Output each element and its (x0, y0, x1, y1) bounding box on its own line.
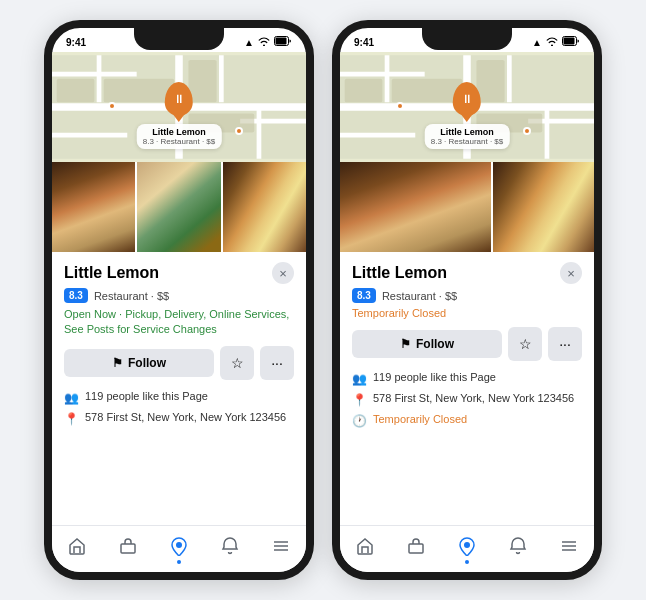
photo-2b (493, 162, 594, 252)
star-button-2[interactable]: ☆ (508, 327, 542, 361)
svg-rect-15 (121, 544, 135, 553)
home-icon-1 (67, 536, 87, 561)
shop-icon-2 (406, 536, 426, 561)
likes-text-2: 119 people like this Page (373, 371, 496, 383)
status-icons-1: ▲ (244, 36, 292, 48)
nav-shop-1[interactable] (110, 534, 146, 562)
map-label-name-1: Little Lemon (143, 127, 216, 137)
svg-rect-1 (276, 38, 287, 45)
map-label-sub-1: 8.3 · Restaurant · $$ (143, 137, 216, 146)
people-icon-1: 👥 (64, 391, 79, 405)
signal-icon-2: ▲ (532, 37, 542, 48)
map-area-1: ⏸ Little Lemon 8.3 · Restaurant · $$ (52, 52, 306, 162)
map-dot-1 (108, 102, 116, 110)
follow-flag-icon-2: ⚑ (400, 337, 411, 351)
nav-bell-2[interactable] (500, 534, 536, 562)
map-label-2: Little Lemon 8.3 · Restaurant · $$ (425, 124, 510, 149)
map-label-1: Little Lemon 8.3 · Restaurant · $$ (137, 124, 222, 149)
nav-location-1[interactable] (161, 534, 197, 562)
svg-rect-21 (564, 38, 575, 45)
pin-symbol-2: ⏸ (461, 92, 473, 106)
closed-status-text-2: Temporarily Closed (373, 413, 467, 425)
signal-icon-1: ▲ (244, 37, 254, 48)
category-1: Restaurant · $$ (94, 290, 169, 302)
nav-menu-1[interactable] (263, 534, 299, 562)
pin-icon-2: ⏸ (453, 82, 481, 116)
rating-row-1: 8.3 Restaurant · $$ (64, 288, 294, 303)
photos-row-1 (52, 162, 306, 252)
close-button-2[interactable]: × (560, 262, 582, 284)
follow-label-2: Follow (416, 337, 454, 351)
phone-2: 9:41 ▲ (332, 20, 602, 580)
star-button-1[interactable]: ☆ (220, 346, 254, 380)
wifi-icon-1 (258, 36, 270, 48)
status-time-1: 9:41 (66, 37, 86, 48)
content-area-2: Little Lemon × 8.3 Restaurant · $$ Tempo… (340, 252, 594, 525)
status-icons-2: ▲ (532, 36, 580, 48)
map-dot-4 (523, 127, 531, 135)
address-row-2: 📍 578 First St, New York, New York 12345… (352, 392, 582, 407)
pin-icon-1: ⏸ (165, 82, 193, 116)
follow-label-1: Follow (128, 356, 166, 370)
page-title-1: Little Lemon (64, 264, 159, 282)
people-icon-2: 👥 (352, 372, 367, 386)
phone-notch-2 (422, 28, 512, 50)
title-row-2: Little Lemon × (352, 262, 582, 284)
bell-icon-1 (220, 536, 240, 561)
menu-icon-1 (271, 536, 291, 561)
nav-home-2[interactable] (347, 534, 383, 562)
rating-row-2: 8.3 Restaurant · $$ (352, 288, 582, 303)
nav-location-2[interactable] (449, 534, 485, 562)
map-area-2: ⏸ Little Lemon 8.3 · Restaurant · $$ (340, 52, 594, 162)
status-time-2: 9:41 (354, 37, 374, 48)
bell-icon-2 (508, 536, 528, 561)
nav-bell-1[interactable] (212, 534, 248, 562)
follow-button-1[interactable]: ⚑ Follow (64, 349, 214, 377)
location-icon-1: 📍 (64, 412, 79, 426)
nav-menu-2[interactable] (551, 534, 587, 562)
category-2: Restaurant · $$ (382, 290, 457, 302)
page-title-2: Little Lemon (352, 264, 447, 282)
map-dot-3 (396, 102, 404, 110)
map-pin-1: ⏸ Little Lemon 8.3 · Restaurant · $$ (137, 82, 222, 149)
pin-symbol-1: ⏸ (173, 92, 185, 106)
phones-container: 9:41 ▲ (24, 0, 622, 600)
svg-rect-35 (409, 544, 423, 553)
rating-badge-2: 8.3 (352, 288, 376, 303)
bottom-nav-1 (52, 525, 306, 572)
more-button-2[interactable]: ··· (548, 327, 582, 361)
location-nav-icon-1 (169, 536, 189, 561)
follow-flag-icon-1: ⚑ (112, 356, 123, 370)
action-row-1: ⚑ Follow ☆ ··· (64, 346, 294, 380)
photos-row-2 (340, 162, 594, 252)
address-text-1: 578 First St, New York, New York 123456 (85, 411, 286, 423)
status-text-1: Open Now · Pickup, Delivery, Online Serv… (64, 307, 294, 338)
follow-button-2[interactable]: ⚑ Follow (352, 330, 502, 358)
likes-row-2: 👥 119 people like this Page (352, 371, 582, 386)
nav-active-dot-1 (177, 560, 181, 564)
photo-1b (137, 162, 220, 252)
svg-point-36 (464, 542, 470, 548)
nav-home-1[interactable] (59, 534, 95, 562)
battery-icon-2 (562, 36, 580, 48)
location-nav-icon-2 (457, 536, 477, 561)
close-button-1[interactable]: × (272, 262, 294, 284)
wifi-icon-2 (546, 36, 558, 48)
phone-1: 9:41 ▲ (44, 20, 314, 580)
map-pin-2: ⏸ Little Lemon 8.3 · Restaurant · $$ (425, 82, 510, 149)
address-text-2: 578 First St, New York, New York 123456 (373, 392, 574, 404)
title-row-1: Little Lemon × (64, 262, 294, 284)
more-button-1[interactable]: ··· (260, 346, 294, 380)
clock-icon-2: 🕐 (352, 414, 367, 428)
nav-shop-2[interactable] (398, 534, 434, 562)
svg-rect-33 (345, 79, 383, 103)
menu-icon-2 (559, 536, 579, 561)
nav-active-dot-2 (465, 560, 469, 564)
likes-row-1: 👥 119 people like this Page (64, 390, 294, 405)
map-label-sub-2: 8.3 · Restaurant · $$ (431, 137, 504, 146)
svg-point-16 (176, 542, 182, 548)
status-text-2: Temporarily Closed (352, 307, 582, 319)
bottom-nav-2 (340, 525, 594, 572)
action-row-2: ⚑ Follow ☆ ··· (352, 327, 582, 361)
address-row-1: 📍 578 First St, New York, New York 12345… (64, 411, 294, 426)
